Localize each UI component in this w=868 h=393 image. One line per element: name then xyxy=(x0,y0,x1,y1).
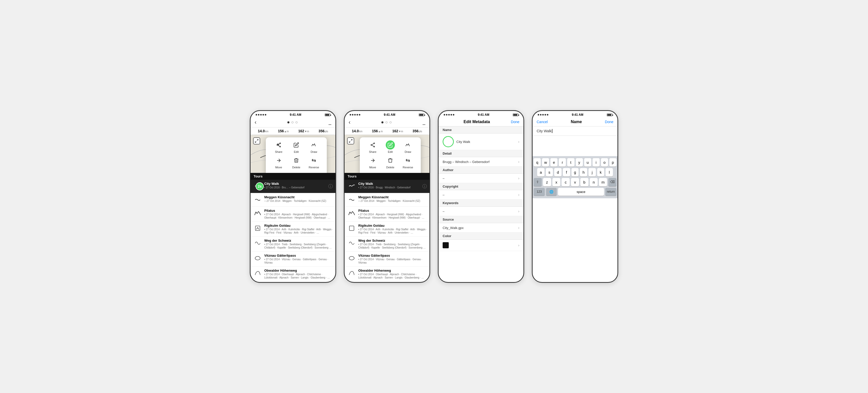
list-item-meggen[interactable]: Meggen Küssnacht ○ 27 Oct 2014 · Meggen … xyxy=(251,193,335,207)
route-icon-meggen xyxy=(253,195,262,204)
key-y[interactable]: y xyxy=(576,158,583,167)
key-l[interactable]: l xyxy=(606,168,613,176)
key-z[interactable]: z xyxy=(543,178,551,186)
key-j[interactable]: j xyxy=(588,168,596,176)
meggen-2[interactable]: Meggen Küssnacht ○ 27 Oct 2014 · Meggen … xyxy=(345,193,429,207)
name-row[interactable]: City Walk › xyxy=(439,134,523,150)
menu-delete[interactable]: Delete xyxy=(289,156,303,169)
obwalder-2[interactable]: Obwalder Höhenweg • 27 Oct 2014 · Oberha… xyxy=(345,267,429,282)
key-w[interactable]: w xyxy=(542,158,549,167)
key-space[interactable]: space xyxy=(558,188,604,196)
key-i[interactable]: i xyxy=(593,158,600,167)
cancel-button-4[interactable]: Cancel xyxy=(537,120,548,124)
map-area-1[interactable]: Share Edit xyxy=(251,135,335,173)
menu-edit-2[interactable]: Edit xyxy=(383,140,397,153)
key-u[interactable]: u xyxy=(584,158,591,167)
key-s[interactable]: s xyxy=(546,168,553,176)
detail-row[interactable]: Brugg – Windisch – Gebensdorf › xyxy=(439,157,523,167)
source-chevron: › xyxy=(518,226,519,230)
menu-share[interactable]: Share xyxy=(272,140,286,153)
key-123[interactable]: 123 xyxy=(534,188,545,196)
key-m[interactable]: m xyxy=(599,178,607,186)
key-h[interactable]: h xyxy=(580,168,587,176)
key-e[interactable]: e xyxy=(550,158,557,167)
expand-map-button[interactable] xyxy=(253,137,260,144)
info-button-city-walk-2[interactable]: ⓘ xyxy=(422,183,427,189)
list-item-city-walk[interactable]: City Walk • 27 Oct 2016 · Bru… – Gebensd… xyxy=(251,180,335,193)
signal-strength-2 xyxy=(350,114,360,116)
weg-2[interactable]: Weg der Schweiz • 27 Oct 2014 · Treib · … xyxy=(345,237,429,252)
menu-share-2[interactable]: Share xyxy=(366,140,380,153)
key-d[interactable]: d xyxy=(554,168,562,176)
svg-point-1 xyxy=(280,143,281,144)
route-icon-weg xyxy=(253,239,262,248)
keywords-chevron: › xyxy=(518,209,519,213)
menu-delete-2[interactable]: Delete xyxy=(383,156,397,169)
svg-point-3 xyxy=(277,144,278,145)
menu-reverse-2[interactable]: Reverse xyxy=(401,156,415,169)
menu-draw-2[interactable]: Draw xyxy=(401,140,415,153)
active-route-2[interactable]: City Walk • 27 Oct 2016 · Brugg · Windis… xyxy=(345,180,429,193)
list-item-obwalder[interactable]: Obwalder Höhenweg • 27 Oct 2014 · Oberha… xyxy=(251,267,335,282)
done-button-4[interactable]: Done xyxy=(605,120,613,124)
color-chevron: › xyxy=(518,243,519,247)
key-o[interactable]: o xyxy=(601,158,608,167)
back-button[interactable]: ‹ xyxy=(255,119,256,126)
key-x[interactable]: x xyxy=(552,178,561,186)
key-row-3: ⇧ z x c v b n m ⌫ xyxy=(534,178,616,186)
key-f[interactable]: f xyxy=(563,168,570,176)
key-b[interactable]: b xyxy=(580,178,588,186)
info-button-city-walk[interactable]: ⓘ xyxy=(328,183,333,189)
keywords-row[interactable]: – › xyxy=(439,207,523,216)
keyboard-nav: Cancel Name Done xyxy=(533,118,617,126)
list-item-rigikulm[interactable]: Rigikulm Goldau • 27 Oct 2014 · Arth · K… xyxy=(251,222,335,237)
share-label-2: Share xyxy=(369,150,376,153)
menu-move[interactable]: Move xyxy=(272,156,286,169)
key-a[interactable]: a xyxy=(537,168,545,176)
menu-draw[interactable]: Draw xyxy=(307,140,321,153)
key-return[interactable]: return xyxy=(605,188,616,196)
chat-button-2[interactable]: ⎯ xyxy=(423,120,425,125)
menu-visibility[interactable]: Visibility xyxy=(275,171,289,173)
done-button-3[interactable]: Done xyxy=(511,120,519,124)
menu-edit[interactable]: Edit xyxy=(289,140,303,153)
chat-button[interactable]: ⎯ xyxy=(329,120,331,125)
copyright-row[interactable]: – › xyxy=(439,190,523,200)
key-v[interactable]: v xyxy=(571,178,579,186)
key-n[interactable]: n xyxy=(590,178,598,186)
signal-dot-3 xyxy=(260,114,262,116)
menu-move-2[interactable]: Move xyxy=(366,156,380,169)
status-bar-3: 9:41 AM xyxy=(439,111,523,118)
back-button-2[interactable]: ‹ xyxy=(349,119,350,126)
rigikulm-2[interactable]: Rigikulm Goldau • 27 Oct 2014 · Arth · K… xyxy=(345,222,429,237)
expand-map-button-2[interactable] xyxy=(347,137,354,144)
key-r[interactable]: r xyxy=(559,158,566,167)
source-row[interactable]: City_Walk.gpx › xyxy=(439,223,523,233)
menu-show-on-map[interactable]: Show on Map xyxy=(300,171,317,173)
key-globe[interactable]: 🌐 xyxy=(546,188,557,196)
meggen-name: Meggen Küssnacht xyxy=(264,195,326,199)
key-q[interactable]: q xyxy=(534,158,541,167)
list-item-vitznau[interactable]: Vitznau Gätterlipass • 27 Oct 2014 · Vit… xyxy=(251,252,335,267)
author-row[interactable]: – › xyxy=(439,174,523,183)
menu-show-on-map-2[interactable]: Show on Map xyxy=(394,171,411,173)
pilatus-2[interactable]: Pilatus • 27 Oct 2014 · Alpnach · Hergis… xyxy=(345,207,429,222)
key-delete[interactable]: ⌫ xyxy=(608,178,616,186)
color-row[interactable]: › xyxy=(439,240,523,251)
vitznau-2[interactable]: Vitznau Gätterlipass • 27 Oct 2014 · Vit… xyxy=(345,252,429,267)
menu-visibility-2[interactable]: Visibility xyxy=(369,171,383,173)
key-c[interactable]: c xyxy=(562,178,570,186)
menu-reverse[interactable]: Reverse xyxy=(307,156,321,169)
name-input-display[interactable]: City Walk xyxy=(533,126,617,136)
list-item-weg-der-schweiz[interactable]: Weg der Schweiz • 27 Oct 2014 · Treib · … xyxy=(251,237,335,252)
key-t[interactable]: t xyxy=(567,158,574,167)
key-shift[interactable]: ⇧ xyxy=(534,178,542,186)
list-item-pilatus[interactable]: Pilatus • 27 Oct 2014 · Alpnach · Hergis… xyxy=(251,207,335,222)
screens-container: 9:41 AM ‹ ⎯ 14.0 km 156 xyxy=(250,110,618,283)
key-p[interactable]: p xyxy=(609,158,616,167)
reverse-icon xyxy=(309,156,318,165)
key-g[interactable]: g xyxy=(571,168,579,176)
key-k[interactable]: k xyxy=(597,168,604,176)
dot-1 xyxy=(287,121,289,123)
map-area-2[interactable]: Share Edit xyxy=(345,135,429,173)
